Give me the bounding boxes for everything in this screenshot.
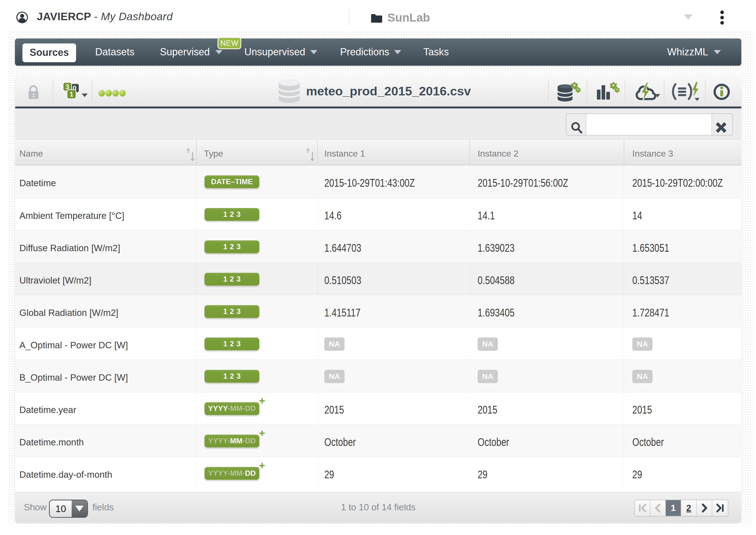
svg-text:1: 1: [70, 91, 73, 98]
